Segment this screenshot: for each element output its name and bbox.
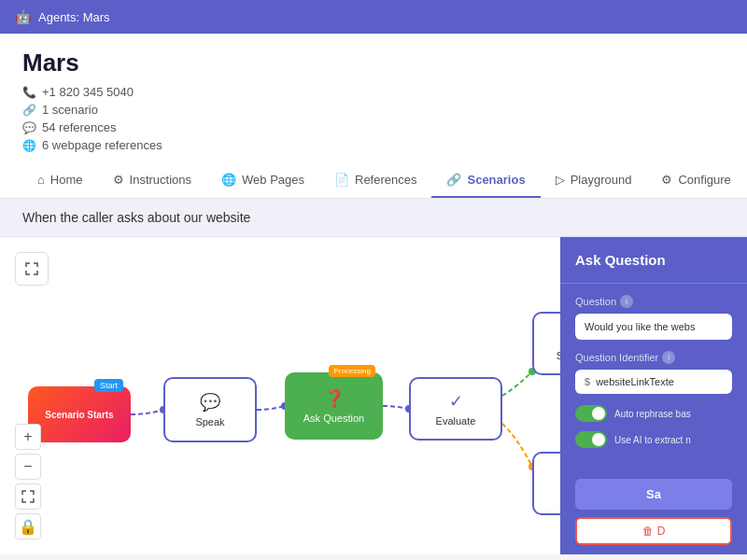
tab-scenarios-label: Scenarios <box>467 173 525 187</box>
identifier-info-icon[interactable]: i <box>662 351 675 364</box>
auto-rephrase-toggle-row: Auto rephrase bas <box>575 405 732 422</box>
phone-icon: 📞 <box>22 86 36 99</box>
agent-name: Mars <box>22 49 725 77</box>
node-speak-1[interactable]: 💬 Speak <box>163 377 257 442</box>
auto-rephrase-toggle[interactable] <box>575 405 607 422</box>
evaluate-icon: ✓ <box>449 391 463 412</box>
web-pages-icon: 🌐 <box>22 139 36 152</box>
lock-button[interactable]: 🔒 <box>15 513 41 539</box>
ask-question-panel: Ask Question Question i Would you like t… <box>560 237 747 554</box>
save-button[interactable]: Sa <box>575 479 732 510</box>
configure-icon: ⚙ <box>661 173 672 187</box>
expand-button[interactable] <box>15 252 49 286</box>
panel-header: Ask Question <box>560 237 747 284</box>
canvas-area[interactable]: Start Scenario Starts 💬 Speak Processing… <box>0 237 747 554</box>
playground-icon: ▷ <box>556 173 565 187</box>
references-tab-icon: 📄 <box>334 173 349 187</box>
identifier-value: websiteLinkTexte <box>596 376 674 387</box>
zoom-fit-button[interactable] <box>15 483 41 510</box>
topbar: 🤖 Agents: Mars <box>0 0 747 34</box>
web-pages-count: 6 webpage references <box>42 138 162 152</box>
tab-references[interactable]: 📄 References <box>319 163 431 198</box>
scenarios-count: 1 scenario <box>42 103 98 117</box>
ai-extract-label: Use AI to extract n <box>614 435 691 445</box>
header: Mars 📞 +1 820 345 5040 🔗 1 scenario 💬 54… <box>0 34 747 199</box>
auto-rephrase-label: Auto rephrase bas <box>614 409 691 419</box>
scenarios-icon: 🔗 <box>22 104 36 117</box>
processing-badge: Processing <box>329 365 375 377</box>
zoom-controls: + − 🔒 <box>15 424 41 539</box>
speak1-icon: 💬 <box>200 392 220 413</box>
tab-web-pages[interactable]: 🌐 Web Pages <box>206 163 319 198</box>
dollar-icon: $ <box>585 376 590 387</box>
references-count: 54 references <box>42 120 117 134</box>
ai-extract-toggle[interactable] <box>575 431 607 448</box>
node-speak1-label: Speak <box>195 416 224 427</box>
node-start-label: Scenario Starts <box>45 410 113 420</box>
panel-body: Question i Would you like the webs Quest… <box>560 284 747 480</box>
nav-tabs: ⌂ Home ⚙ Instructions 🌐 Web Pages 📄 Refe… <box>22 163 725 198</box>
zoom-out-button[interactable]: − <box>15 454 41 480</box>
tab-configure[interactable]: ⚙ Configure <box>646 163 745 198</box>
node-evaluate-label: Evaluate <box>436 415 476 427</box>
scenario-title: When the caller asks about our website <box>0 199 747 237</box>
tab-instructions[interactable]: ⚙ Instructions <box>98 163 206 198</box>
delete-button[interactable]: 🗑 D <box>575 517 732 545</box>
scenario-title-text: When the caller asks about our website <box>22 210 250 225</box>
tab-references-label: References <box>355 173 416 187</box>
zoom-in-button[interactable]: + <box>15 424 41 450</box>
tab-playground[interactable]: ▷ Playground <box>541 163 647 198</box>
tab-home[interactable]: ⌂ Home <box>22 163 98 198</box>
delete-icon: 🗑 <box>642 525 654 538</box>
node-ask-label: Ask Question <box>303 413 364 424</box>
start-badge: Start <box>94 379 123 392</box>
delete-label: D <box>657 525 666 538</box>
web-pages-tab-icon: 🌐 <box>221 173 236 187</box>
panel-title: Ask Question <box>575 252 666 268</box>
identifier-field-label: Question Identifier i <box>575 351 732 364</box>
references-meta: 💬 54 references <box>22 120 725 134</box>
panel-footer: Sa 🗑 D <box>560 469 747 554</box>
tab-scenarios[interactable]: 🔗 Scenarios <box>431 163 540 198</box>
node-ask-question[interactable]: Processing ❓ Ask Question <box>285 372 383 440</box>
agent-icon: 🤖 <box>15 9 31 24</box>
phone-meta: 📞 +1 820 345 5040 <box>22 85 725 99</box>
web-pages-meta: 🌐 6 webpage references <box>22 138 725 152</box>
question-field-label: Question i <box>575 295 732 308</box>
question-info-icon[interactable]: i <box>620 295 633 308</box>
topbar-title: Agents: Mars <box>38 10 110 24</box>
references-icon: 💬 <box>22 121 36 134</box>
delete-row: 🗑 D <box>575 517 732 545</box>
node-start[interactable]: Start Scenario Starts <box>28 386 131 442</box>
node-evaluate[interactable]: ✓ Evaluate <box>409 377 502 441</box>
identifier-input[interactable]: $ websiteLinkTexte <box>575 370 732 394</box>
ask-icon: ❓ <box>324 388 345 409</box>
question-input[interactable]: Would you like the webs <box>575 314 732 340</box>
ai-extract-toggle-row: Use AI to extract n <box>575 431 732 448</box>
tab-playground-label: Playground <box>571 173 632 187</box>
scenarios-meta: 🔗 1 scenario <box>22 103 725 117</box>
tab-configure-label: Configure <box>678 173 730 187</box>
tab-instructions-label: Instructions <box>130 173 191 187</box>
scenarios-tab-icon: 🔗 <box>446 173 461 187</box>
instructions-icon: ⚙ <box>113 173 124 187</box>
tab-web-pages-label: Web Pages <box>242 173 304 187</box>
tab-home-label: Home <box>50 173 83 187</box>
agent-meta: 📞 +1 820 345 5040 🔗 1 scenario 💬 54 refe… <box>22 85 725 152</box>
phone-number: +1 820 345 5040 <box>42 85 134 99</box>
home-icon: ⌂ <box>37 173 45 187</box>
